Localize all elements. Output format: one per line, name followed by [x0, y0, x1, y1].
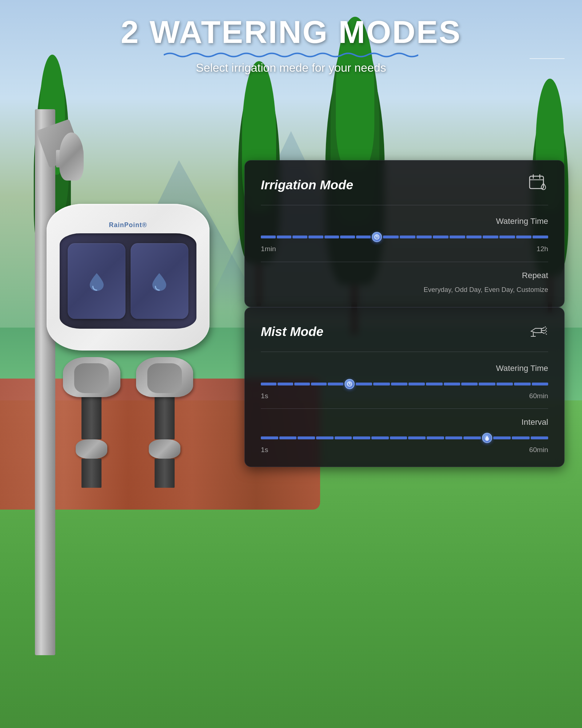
- dash: [356, 236, 371, 238]
- dash: [277, 236, 292, 238]
- dash: [311, 383, 327, 385]
- dash: [499, 236, 515, 238]
- irrigation-repeat-options: Everyday, Odd Day, Even Day, Customize: [261, 286, 548, 294]
- dash: [433, 236, 449, 238]
- dash: [531, 436, 548, 439]
- dash: [278, 383, 293, 385]
- device-brand-label: RainPoint®: [109, 221, 147, 229]
- dash: [261, 436, 278, 439]
- dash: [316, 436, 334, 439]
- dash: [308, 236, 323, 238]
- dash: [373, 383, 390, 385]
- slider-right-part: [383, 236, 548, 238]
- irrigation-max-label: 12h: [537, 245, 548, 253]
- mist-watering-label: Watering Time: [261, 364, 548, 373]
- mist-spray-icon: [528, 320, 548, 343]
- mist-interval-max: 60min: [529, 446, 548, 454]
- slider-thumb-irrigation[interactable]: [372, 232, 382, 242]
- dash: [328, 383, 343, 385]
- device-button-left[interactable]: [68, 243, 125, 319]
- mist-card-title: Mist Mode: [261, 324, 323, 339]
- dash: [450, 236, 465, 238]
- mist-watering-thumb[interactable]: [344, 379, 355, 389]
- dash: [493, 436, 511, 439]
- mist-interval-thumb[interactable]: [482, 433, 492, 443]
- dash: [416, 236, 432, 238]
- faucet: [17, 124, 87, 211]
- mist-interval-slider[interactable]: [261, 433, 548, 443]
- svg-line-7: [541, 332, 544, 333]
- device-body: RainPoint® · ·: [47, 204, 210, 351]
- cable-right: [136, 357, 194, 487]
- slider-left-part: [261, 236, 371, 238]
- dash: [391, 383, 407, 385]
- mist-watering-section: Watering Time: [261, 364, 548, 400]
- slider-right-part: [356, 383, 548, 385]
- dash: [292, 236, 307, 238]
- dash: [383, 236, 399, 238]
- irrigation-watering-section: Watering Time: [261, 217, 548, 253]
- wire-right-2: [155, 459, 175, 488]
- timer-device: RainPoint® · ·: [47, 204, 210, 488]
- wave-svg: [164, 52, 418, 58]
- dash: [426, 383, 442, 385]
- irrigation-card-title: Irrigation Mode: [261, 178, 353, 192]
- dash: [427, 436, 444, 439]
- mist-watering-slider[interactable]: [261, 379, 548, 389]
- dash: [353, 436, 370, 439]
- irrigation-slider[interactable]: [261, 232, 548, 242]
- device-button-right[interactable]: [131, 243, 188, 319]
- dash: [483, 236, 498, 238]
- dash: [514, 383, 530, 385]
- dash: [400, 236, 415, 238]
- svg-line-5: [541, 328, 544, 329]
- main-title: 2 WATERING MODES: [0, 15, 582, 50]
- connector-left: [63, 357, 120, 397]
- slider-right-part: [493, 436, 548, 439]
- dash: [532, 383, 548, 385]
- dash: [408, 436, 426, 439]
- connector-right: [136, 357, 194, 397]
- dash: [444, 383, 460, 385]
- slider-left-part: [261, 436, 481, 439]
- dash: [512, 436, 529, 439]
- info-cards-area: Irrigation Mode Watering Time: [244, 160, 565, 467]
- dash: [335, 436, 352, 439]
- svg-point-9: [546, 328, 547, 329]
- wave-decoration: [0, 52, 582, 58]
- svg-point-11: [546, 331, 547, 332]
- page-header: 2 WATERING MODES Select irrigation mede …: [0, 0, 582, 75]
- mist-watering-slider-labels: 1s 60min: [261, 392, 548, 400]
- dash: [298, 436, 315, 439]
- wire-right: [155, 396, 175, 439]
- dash: [356, 383, 372, 385]
- dash: [461, 383, 478, 385]
- dash: [279, 436, 297, 439]
- dash: [390, 436, 407, 439]
- subtitle: Select irrigation mede for your needs: [0, 61, 582, 75]
- irrigation-min-label: 1min: [261, 245, 276, 253]
- slider-left-part: [261, 383, 343, 385]
- dash: [466, 236, 482, 238]
- dash: [340, 236, 355, 238]
- dash: [445, 436, 463, 439]
- mist-card: Mist Mode: [244, 307, 565, 467]
- connector-left-bottom: [76, 439, 107, 458]
- dash: [408, 383, 425, 385]
- mist-card-title-row: Mist Mode: [261, 320, 548, 352]
- irrigation-card-title-row: Irrigation Mode: [261, 173, 548, 205]
- mist-interval-section: Interval: [261, 418, 548, 454]
- irrigation-repeat-section: Repeat Everyday, Odd Day, Even Day, Cust…: [261, 271, 548, 294]
- device-buttons-area: [60, 233, 196, 329]
- mist-interval-slider-labels: 1s 60min: [261, 446, 548, 454]
- irrigation-slider-labels: 1min 12h: [261, 245, 548, 253]
- svg-point-13: [546, 333, 547, 335]
- irrigation-repeat-label: Repeat: [261, 271, 548, 280]
- irrigation-divider: [261, 262, 548, 262]
- calendar-drop-icon: [528, 173, 548, 196]
- mist-interval-min: 1s: [261, 446, 268, 454]
- cables-area: [47, 357, 210, 487]
- connector-right-bottom: [149, 439, 180, 458]
- mist-interval-label: Interval: [261, 418, 548, 427]
- mist-watering-max: 60min: [529, 392, 548, 400]
